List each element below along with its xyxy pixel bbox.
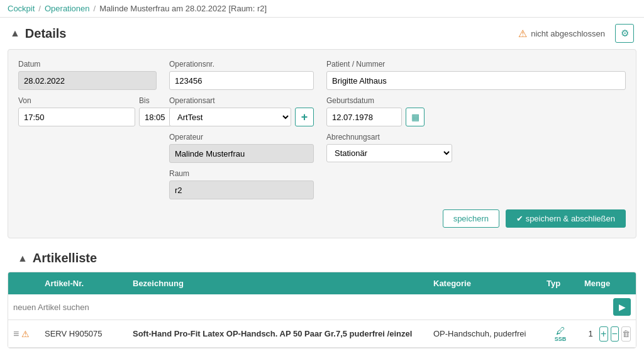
datum-label: Datum	[18, 60, 157, 69]
tool-cell: 🖊 SSB	[547, 325, 574, 342]
operateur-input[interactable]	[169, 144, 314, 163]
menge-subtract-button[interactable]: −	[611, 326, 619, 342]
th-menge: Menge	[579, 272, 636, 294]
typ-cell: 🖊 SSB	[541, 320, 579, 347]
artikelliste-header: ▲ Artikelliste	[8, 245, 636, 269]
geburtsdatum-input[interactable]	[326, 108, 402, 126]
operationsart-label: Operationsart	[169, 96, 314, 105]
breadcrumb-current: Malinde Musterfrau am 28.02.2022 [Raum: …	[99, 4, 267, 13]
abrechnungsart-select[interactable]: Stationär	[326, 144, 452, 162]
breadcrumb-sep-2: /	[94, 4, 96, 13]
von-bis-group: Von Bis Uhr	[18, 96, 157, 126]
drag-handle-icon[interactable]: ≡	[13, 328, 19, 339]
operateur-label: Operateur	[169, 133, 314, 142]
col-right: Patient / Nummer Geburtsdatum ▦ Abrechnu…	[326, 60, 626, 199]
save-button[interactable]: speichern	[443, 209, 499, 228]
operationsnr-field-group: Operationsnr.	[169, 60, 314, 90]
gear-button[interactable]: ⚙	[615, 24, 634, 43]
raum-label: Raum	[169, 169, 314, 178]
abrechnungsart-field-group: Abrechnungsart Stationär	[326, 133, 626, 162]
save-close-button[interactable]: ✔ speichern & abschließen	[506, 209, 626, 228]
von-field-group: Von	[18, 96, 135, 126]
artikelliste-chevron-icon[interactable]: ▲	[18, 253, 28, 264]
bezeichnung-value: Soft-Hand Pro-Fit Latex OP-Handsch. AP 5…	[133, 329, 412, 338]
operationsnr-input[interactable]	[169, 71, 314, 90]
operationsart-select[interactable]: ArtTest	[169, 108, 291, 126]
article-table: Artikel-Nr. Bezeichnung Kategorie Typ Me…	[8, 272, 636, 348]
th-bezeichnung: Bezeichnung	[128, 272, 428, 294]
raum-field-group: Raum	[169, 169, 314, 199]
tool-icon: 🖊	[556, 325, 565, 336]
details-title: ▲ Details	[10, 26, 66, 41]
status-text: nicht abgeschlossen	[531, 29, 605, 38]
form-grid: Datum Von Bis Uhr	[18, 60, 626, 199]
patient-field-group: Patient / Nummer	[326, 60, 626, 90]
menge-value: 1	[584, 329, 597, 338]
breadcrumb: Cockpit / Operationen / Malinde Musterfr…	[0, 0, 644, 18]
artikelliste-section: ▲ Artikelliste Artikel-Nr. Bezeichnung K…	[8, 245, 636, 348]
form-actions: speichern ✔ speichern & abschließen	[18, 209, 626, 228]
col-left: Datum Von Bis Uhr	[18, 60, 157, 199]
raum-input[interactable]	[169, 181, 314, 199]
operationsart-field-group: Operationsart ArtTest +	[169, 96, 314, 126]
table-header-row: Artikel-Nr. Bezeichnung Kategorie Typ Me…	[8, 272, 636, 294]
calendar-button[interactable]: ▦	[406, 108, 425, 126]
bezeichnung-cell: Soft-Hand Pro-Fit Latex OP-Handsch. AP 5…	[128, 324, 428, 343]
artikel-nr-value: SERV H905075	[45, 329, 103, 338]
menge-controls: 1 + − 🗑	[584, 326, 631, 342]
patient-label: Patient / Nummer	[326, 60, 626, 69]
delete-row-button[interactable]: 🗑	[621, 326, 631, 342]
artikel-nr-cell: SERV H905075	[40, 324, 128, 343]
warning-icon: ⚠	[518, 28, 527, 40]
datum-input[interactable]	[18, 71, 157, 90]
operationsart-add-button[interactable]: +	[295, 108, 314, 126]
details-card: Datum Von Bis Uhr	[8, 49, 636, 238]
ssb-label: SSB	[555, 336, 567, 342]
breadcrumb-operationen[interactable]: Operationen	[45, 4, 90, 13]
abrechnungsart-label: Abrechnungsart	[326, 133, 626, 142]
artikelliste-title: Artikelliste	[33, 251, 97, 265]
drag-cell: ≡ ⚠	[8, 323, 40, 345]
th-typ: Typ	[541, 272, 579, 294]
operationsart-select-row: ArtTest +	[169, 108, 314, 126]
datum-field-group: Datum	[18, 60, 157, 90]
status-badge: ⚠ nicht abgeschlossen ⚙	[518, 24, 634, 43]
details-section-header: ▲ Details ⚠ nicht abgeschlossen ⚙	[0, 18, 644, 49]
row-warning-icon: ⚠	[21, 329, 30, 339]
th-empty	[8, 272, 40, 294]
th-artikel-nr: Artikel-Nr.	[40, 272, 128, 294]
search-arrow-button[interactable]: ▶	[613, 298, 631, 316]
menge-cell: 1 + − 🗑	[579, 321, 636, 347]
menge-add-button[interactable]: +	[599, 326, 608, 342]
kategorie-value: OP-Handschuh, puderfrei	[433, 329, 526, 338]
von-input[interactable]	[18, 108, 135, 126]
details-title-text: Details	[25, 26, 67, 41]
table-row: ≡ ⚠ SERV H905075 Soft-Hand Pro-Fit Latex…	[8, 320, 636, 348]
kategorie-cell: OP-Handschuh, puderfrei	[428, 324, 541, 343]
breadcrumb-cockpit[interactable]: Cockpit	[8, 4, 35, 13]
search-row: ▶	[8, 294, 636, 320]
chevron-up-icon[interactable]: ▲	[10, 28, 20, 39]
geburtsdatum-row: ▦	[326, 108, 626, 126]
operateur-field-group: Operateur	[169, 133, 314, 163]
patient-input[interactable]	[326, 71, 626, 90]
geburtsdatum-label: Geburtsdatum	[326, 96, 626, 105]
geburtsdatum-field-group: Geburtsdatum ▦	[326, 96, 626, 126]
artikel-search-input[interactable]	[13, 303, 613, 312]
operationsnr-label: Operationsnr.	[169, 60, 314, 69]
col-middle: Operationsnr. Operationsart ArtTest + Op…	[169, 60, 314, 199]
von-label: Von	[18, 96, 135, 105]
breadcrumb-sep-1: /	[38, 4, 41, 13]
th-kategorie: Kategorie	[428, 272, 541, 294]
